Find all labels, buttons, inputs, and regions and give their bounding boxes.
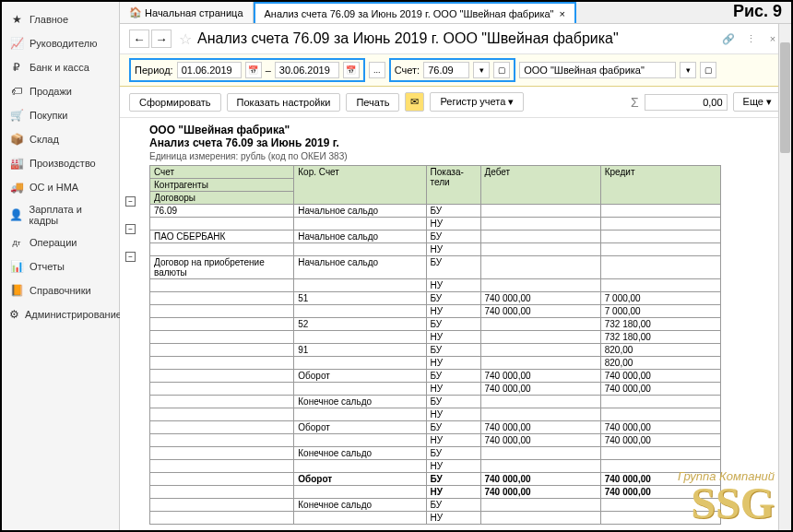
scrollbar-vertical[interactable] bbox=[778, 24, 791, 530]
sidebar-item-purchase[interactable]: 🛒Покупки bbox=[2, 103, 119, 127]
cell bbox=[480, 256, 600, 279]
table-row[interactable]: НУ740 000,007 000,00 bbox=[150, 305, 721, 318]
sidebar-item-sales[interactable]: 🏷Продажи bbox=[2, 79, 119, 103]
forward-button[interactable]: → bbox=[151, 30, 172, 48]
table-row[interactable]: НУ bbox=[150, 408, 721, 421]
scrollbar-thumb[interactable] bbox=[780, 42, 790, 153]
more-button[interactable]: Еще ▾ bbox=[733, 92, 782, 112]
cell bbox=[480, 512, 600, 525]
favorite-icon[interactable]: ☆ bbox=[179, 30, 192, 48]
sidebar-item-operations[interactable]: ДтОперации bbox=[2, 231, 119, 254]
print-button[interactable]: Печать bbox=[346, 93, 399, 112]
close-icon[interactable]: × bbox=[559, 8, 564, 19]
ellipsis-button[interactable]: ... bbox=[369, 62, 385, 78]
table-row[interactable]: Конечное сальдоБУ bbox=[150, 396, 721, 408]
table-row[interactable]: 76.09Начальное сальдоБУ bbox=[150, 205, 721, 218]
dropdown-icon[interactable]: ▾ bbox=[473, 62, 490, 78]
table-row[interactable]: НУ732 180,00 bbox=[150, 331, 721, 344]
register-button[interactable]: Регистр учета ▾ bbox=[430, 92, 524, 112]
gear-icon: ⚙ bbox=[9, 307, 19, 322]
tree-toggle[interactable]: − bbox=[125, 224, 136, 234]
table-row[interactable]: НУ bbox=[150, 460, 721, 473]
cell: 52 bbox=[294, 318, 426, 331]
cell bbox=[600, 499, 720, 512]
cell: БУ bbox=[426, 205, 480, 218]
cell bbox=[150, 357, 294, 370]
cell bbox=[480, 279, 600, 292]
sidebar-item-reports[interactable]: 📊Отчеты bbox=[2, 254, 119, 278]
cell: БУ bbox=[426, 231, 480, 243]
table-row[interactable]: НУ820,00 bbox=[150, 357, 721, 370]
table-row[interactable]: 91БУ820,00 bbox=[150, 344, 721, 357]
table-row[interactable]: НУ740 000,00740 000,00 bbox=[150, 434, 721, 447]
date-to-input[interactable] bbox=[275, 62, 339, 78]
tab-label: Анализ счета 76.09 за Июнь 2019 г. ООО "… bbox=[265, 8, 554, 19]
cell: 740 000,00 bbox=[600, 421, 720, 434]
table-row[interactable]: НУ bbox=[150, 512, 721, 525]
dropdown-icon[interactable]: ▾ bbox=[680, 62, 696, 78]
account-input[interactable] bbox=[423, 62, 469, 78]
table-row[interactable]: 52БУ732 180,00 bbox=[150, 318, 721, 331]
table-row[interactable]: Договор на приобретение валютыНачальное … bbox=[150, 256, 721, 279]
table-row[interactable]: ПАО СБЕРБАНКНачальное сальдоБУ bbox=[150, 231, 721, 243]
sidebar-item-warehouse[interactable]: 📦Склад bbox=[2, 127, 119, 151]
link-icon[interactable]: 🔗 bbox=[719, 30, 738, 48]
cell: НУ bbox=[426, 512, 480, 525]
cell: 740 000,00 bbox=[480, 421, 600, 434]
settings-button[interactable]: Показать настройки bbox=[227, 93, 341, 112]
more-icon[interactable]: ⋮ bbox=[741, 30, 760, 48]
sidebar-item-salary[interactable]: 👤Зарплата и кадры bbox=[2, 199, 119, 231]
table-row[interactable]: ОборотБУ740 000,00740 000,00 bbox=[150, 370, 721, 383]
table-row[interactable]: ОборотБУ740 000,00740 000,00 bbox=[150, 473, 721, 486]
table-row[interactable]: НУ740 000,00740 000,00 bbox=[150, 486, 721, 499]
table-row[interactable]: НУ bbox=[150, 279, 721, 292]
cell bbox=[150, 318, 294, 331]
back-button[interactable]: ← bbox=[129, 30, 149, 48]
open-icon[interactable]: ▢ bbox=[493, 62, 510, 78]
table-row[interactable]: Конечное сальдоБУ bbox=[150, 447, 721, 460]
sidebar-item-refs[interactable]: 📙Справочники bbox=[2, 278, 119, 302]
filter-bar: Период: 📅 – 📅 ... Счет: ▾ ▢ ▾ ▢ bbox=[120, 54, 791, 87]
cell: 740 000,00 bbox=[480, 434, 600, 447]
cell: НУ bbox=[426, 331, 480, 344]
tab-home[interactable]: 🏠 Начальная страница bbox=[120, 2, 254, 23]
table-row[interactable]: 51БУ740 000,007 000,00 bbox=[150, 292, 721, 305]
cell: 91 bbox=[294, 344, 426, 357]
calendar-icon[interactable]: 📅 bbox=[343, 62, 360, 78]
open-icon[interactable]: ▢ bbox=[700, 62, 716, 78]
table-row[interactable]: НУ bbox=[150, 218, 721, 231]
period-label: Период: bbox=[135, 65, 173, 76]
sidebar-item-bank[interactable]: ₽Банк и касса bbox=[2, 55, 119, 79]
cell: НУ bbox=[426, 357, 480, 370]
cell: 7 000,00 bbox=[600, 305, 720, 318]
ruble-icon: ₽ bbox=[9, 60, 24, 75]
table-row[interactable]: НУ bbox=[150, 243, 721, 256]
tree-toggle[interactable]: − bbox=[125, 252, 136, 262]
calendar-icon[interactable]: 📅 bbox=[245, 62, 262, 78]
tab-active[interactable]: Анализ счета 76.09 за Июнь 2019 г. ООО "… bbox=[254, 2, 576, 23]
cell: Оборот bbox=[294, 473, 426, 486]
table-row[interactable]: ОборотБУ740 000,00740 000,00 bbox=[150, 421, 721, 434]
sidebar-item-manager[interactable]: 📈Руководителю bbox=[2, 31, 119, 55]
sidebar-item-production[interactable]: 🏭Производство bbox=[2, 151, 119, 175]
email-button[interactable]: ✉ bbox=[405, 92, 424, 112]
sum-input[interactable] bbox=[645, 94, 728, 111]
person-icon: 👤 bbox=[9, 207, 24, 222]
cell bbox=[294, 434, 426, 447]
cell: БУ bbox=[426, 292, 480, 305]
table-row[interactable]: Конечное сальдоБУ bbox=[150, 499, 721, 512]
report-table: Счет Кор. Счет Показа- тели Дебет Кредит… bbox=[149, 165, 721, 525]
tree-toggle[interactable]: − bbox=[125, 196, 136, 207]
sidebar-item-home[interactable]: ★Главное bbox=[2, 7, 119, 31]
form-button[interactable]: Сформировать bbox=[129, 93, 221, 112]
sidebar-item-admin[interactable]: ⚙Администрирование bbox=[2, 302, 119, 326]
cell: Оборот bbox=[294, 370, 426, 383]
org-input[interactable] bbox=[519, 62, 676, 78]
cell: 732 180,00 bbox=[600, 318, 720, 331]
sidebar-item-assets[interactable]: 🚚ОС и НМА bbox=[2, 175, 119, 199]
report-area[interactable]: ООО "Швейная фабрика" Анализ счета 76.09… bbox=[120, 118, 791, 530]
date-from-input[interactable] bbox=[177, 62, 242, 78]
table-row[interactable]: НУ740 000,00740 000,00 bbox=[150, 383, 721, 396]
cell bbox=[294, 460, 426, 473]
figure-label: Рис. 9 bbox=[733, 2, 782, 21]
